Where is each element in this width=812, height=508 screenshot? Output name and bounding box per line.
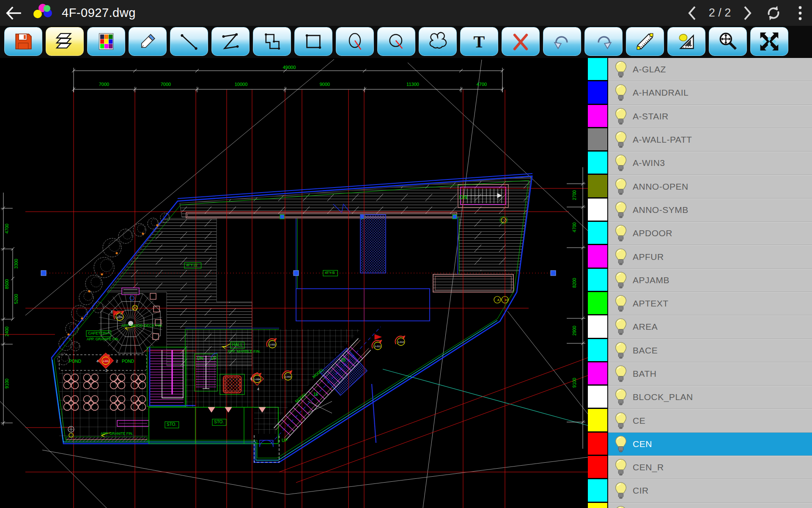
cad-label: 1-002 xyxy=(269,343,275,346)
measure-area-button[interactable] xyxy=(667,27,705,56)
layer-visibility-bulb-icon xyxy=(613,224,628,242)
draw-polygon-button[interactable] xyxy=(253,27,291,56)
layer-row-partial[interactable] xyxy=(588,503,812,508)
save-icon xyxy=(12,30,34,52)
layer-row-ANNO-SYMB[interactable]: ANNO-SYMB xyxy=(588,199,812,222)
cad-label: STO. xyxy=(214,420,224,424)
layer-visibility-bulb-icon xyxy=(613,154,628,172)
fit-screen-button[interactable] xyxy=(750,27,788,56)
cad-label: 3 xyxy=(105,368,107,373)
layer-visibility-bulb-icon xyxy=(613,248,628,266)
cad-drawing[interactable]: 7000700010000900011300470049000470085002… xyxy=(0,58,588,508)
cad-label: 1-001 xyxy=(117,316,123,318)
layer-name: CE xyxy=(633,416,645,426)
layers-button[interactable] xyxy=(46,27,84,56)
draw-polyline-button[interactable] xyxy=(211,27,250,56)
layer-visibility-bulb-icon xyxy=(613,435,628,453)
cad-label: 7000 xyxy=(99,82,109,87)
save-button[interactable] xyxy=(4,27,42,56)
delete-button[interactable] xyxy=(502,27,540,56)
layer-row-BATH[interactable]: BATH xyxy=(588,362,812,386)
layer-visibility-bulb-icon xyxy=(613,201,628,219)
back-button[interactable] xyxy=(0,0,27,26)
layer-visibility-bulb-icon xyxy=(613,388,628,406)
prev-page-button[interactable] xyxy=(681,0,703,26)
cad-label: UP xyxy=(282,438,288,443)
layer-name: A-GLAZ xyxy=(633,64,666,75)
cad-label: DN xyxy=(197,356,203,361)
zoom-window-button[interactable] xyxy=(709,27,747,56)
layer-row-A-STAIR[interactable]: A-STAIR xyxy=(588,105,812,128)
layer-visibility-bulb-icon xyxy=(613,482,628,500)
layer-row-BACE[interactable]: BACE xyxy=(588,339,812,362)
color-palette-button[interactable] xyxy=(87,27,125,56)
draw-ellipse-button[interactable] xyxy=(336,27,374,56)
draw-circle-button[interactable] xyxy=(377,27,415,56)
cad-label: POND xyxy=(122,359,134,364)
draw-pencil-button[interactable] xyxy=(129,27,167,56)
refresh-button[interactable] xyxy=(759,0,788,26)
layer-visibility-bulb-icon xyxy=(613,318,628,336)
polyline-icon xyxy=(219,30,241,52)
fit-icon xyxy=(758,30,780,52)
layer-row-APFUR[interactable]: APFUR xyxy=(588,245,812,268)
layer-name: A-STAIR xyxy=(633,111,669,121)
layer-row-ANNO-OPEN[interactable]: ANNO-OPEN xyxy=(588,175,812,198)
layer-row-APJAMB[interactable]: APJAMB xyxy=(588,269,812,292)
layer-visibility-bulb-icon xyxy=(613,108,628,125)
layer-visibility-bulb-icon xyxy=(613,178,628,196)
layer-visibility-bulb-icon xyxy=(613,271,628,289)
layer-row-A-WIN3[interactable]: A-WIN3 xyxy=(588,152,812,175)
layer-row-AREA[interactable]: AREA xyxy=(588,315,812,339)
cad-label: 4700 xyxy=(572,222,577,232)
layer-row-A-WALL-PATT[interactable]: A-WALL-PATT xyxy=(588,128,812,152)
layer-color-swatch xyxy=(588,58,607,80)
undo-button[interactable] xyxy=(543,27,581,56)
cad-label: 16 xyxy=(313,392,318,397)
cad-label: 1 xyxy=(111,310,113,314)
cad-label: DN xyxy=(459,194,467,200)
layer-row-APTEXT[interactable]: APTEXT xyxy=(588,292,812,315)
measure-length-button[interactable] xyxy=(626,27,664,56)
layer-row-CIR[interactable]: CIR xyxy=(588,479,812,502)
cad-label: 4700 xyxy=(477,82,487,87)
layer-row-BLOCK_PLAN[interactable]: BLOCK_PLAN xyxy=(588,386,812,409)
layer-visibility-bulb-icon xyxy=(613,342,628,359)
text-button[interactable]: T xyxy=(460,27,498,56)
cad-label: POND xyxy=(69,359,81,364)
layer-name: BATH xyxy=(633,369,656,379)
layer-row-APDOOR[interactable]: APDOOR xyxy=(588,222,812,245)
cad-label: 4FY-22 xyxy=(186,263,198,267)
layer-row-CEN_R[interactable]: CEN_R xyxy=(588,456,812,479)
layer-color-swatch xyxy=(588,152,607,174)
layer-row-A-HANDRAIL[interactable]: A-HANDRAIL xyxy=(588,81,812,105)
overflow-menu-button[interactable] xyxy=(788,0,812,26)
layer-row-A-GLAZ[interactable]: A-GLAZ xyxy=(588,58,812,81)
layer-name: APDOOR xyxy=(633,228,672,238)
cad-canvas-area[interactable]: 7000700010000900011300470049000470085002… xyxy=(0,58,588,508)
cad-label: 1-004 xyxy=(254,378,260,381)
layer-row-CE[interactable]: CE xyxy=(588,409,812,432)
measure-icon xyxy=(634,30,656,52)
layer-row-CEN[interactable]: CEN xyxy=(588,433,812,456)
cad-label: STO. xyxy=(167,422,176,427)
draw-rectangle-button[interactable] xyxy=(294,27,332,56)
layer-color-swatch xyxy=(588,433,607,455)
redo-button[interactable] xyxy=(584,27,623,56)
draw-cloud-button[interactable] xyxy=(419,27,457,56)
draw-line-button[interactable] xyxy=(170,27,208,56)
cad-label: 49000 xyxy=(283,65,296,70)
next-page-button[interactable] xyxy=(737,0,759,26)
layer-name: BLOCK_PLAN xyxy=(633,392,693,402)
cad-label: 5 xyxy=(250,377,252,381)
layer-visibility-bulb-icon xyxy=(613,295,628,312)
chevron-right-icon xyxy=(743,6,752,20)
layer-color-swatch xyxy=(588,269,607,291)
layer-color-swatch xyxy=(588,479,607,501)
delete-icon xyxy=(510,30,532,52)
cad-label: 5200 xyxy=(14,294,19,304)
layer-color-swatch xyxy=(588,409,607,431)
layer-name: APTEXT xyxy=(633,298,669,309)
cad-label: 9100 xyxy=(4,378,9,389)
measure-area-icon xyxy=(675,30,697,52)
